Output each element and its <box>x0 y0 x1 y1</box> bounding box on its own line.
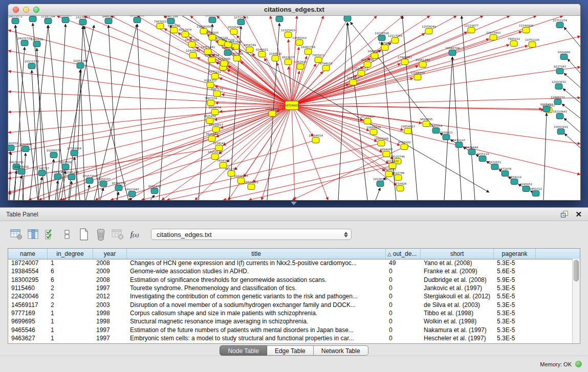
graph-node[interactable]: 10719193 <box>234 16 248 25</box>
vertical-scrollbar[interactable] <box>572 259 580 343</box>
graph-node[interactable]: 19654923 <box>401 125 415 134</box>
table-row[interactable]: 946554611997Estimation of the future num… <box>8 325 572 334</box>
graph-edge <box>444 57 452 200</box>
graph-node[interactable]: 8822037 <box>282 56 295 65</box>
table-settings-button[interactable] <box>9 227 24 242</box>
graph-node[interactable]: 24055724 <box>26 16 40 22</box>
graph-node[interactable]: 12554049 <box>422 25 436 34</box>
graph-node[interactable]: 15187394 <box>41 16 55 24</box>
tab-network-table[interactable]: Network Table <box>314 345 368 356</box>
graph-node[interactable]: 9297588 <box>59 161 72 170</box>
panel-splitter-handle[interactable] <box>291 202 297 205</box>
close-panel-icon[interactable]: ✕ <box>575 211 582 217</box>
select-rows-icon <box>45 229 56 240</box>
destroy-table-button[interactable] <box>110 227 125 242</box>
graph-node[interactable]: 9124754 <box>209 106 222 115</box>
graph-node[interactable]: 20206576 <box>47 149 61 158</box>
table-panel-titlebar[interactable]: Table Panel ✕ <box>0 207 588 221</box>
delete-rows-button[interactable] <box>93 227 108 242</box>
network-graph[interactable]: 1872400779638228960128891297423226058982… <box>8 16 580 200</box>
graph-node[interactable]: 5975685 <box>231 52 244 61</box>
graph-node[interactable]: 14033571 <box>8 16 23 24</box>
graph-node[interactable]: 9329966 <box>558 51 571 60</box>
graph-node[interactable]: 16210643 <box>553 110 567 119</box>
graph-node[interactable]: 15693291 <box>554 125 568 135</box>
show-column-button[interactable] <box>26 227 41 242</box>
graph-node[interactable]: 18807249 <box>374 137 388 146</box>
graph-node[interactable]: 15751074 <box>553 19 567 28</box>
graph-node[interactable]: 9245032 <box>148 185 161 194</box>
column-header-year[interactable]: year <box>93 249 127 259</box>
table-row[interactable]: 2242004622012Investigating the contribut… <box>8 292 572 300</box>
graph-node[interactable]: 7234542 <box>213 142 226 151</box>
graph-node[interactable]: 13640910 <box>292 36 307 46</box>
graph-node-label: 16053809 <box>205 16 220 17</box>
column-header-indegree[interactable]: in_degree <box>48 249 93 259</box>
graph-node[interactable]: 17957254 <box>82 174 97 184</box>
graph-node[interactable]: 8912974 <box>179 28 192 37</box>
table-row[interactable]: 977716911998Corpus callosum shape and si… <box>8 309 572 317</box>
graph-node[interactable]: 7963822 <box>154 20 167 29</box>
column-header-name[interactable]: name <box>8 249 48 259</box>
graph-edge <box>376 188 380 200</box>
graph-node[interactable]: 2935114 <box>476 152 489 162</box>
table-row[interactable]: 1830029562008Estimation of significance … <box>8 276 572 284</box>
column-header-title[interactable]: title <box>127 249 386 259</box>
graph-node[interactable]: 8813054 <box>341 16 354 21</box>
graph-node[interactable]: 11544909 <box>410 71 425 80</box>
graph-node[interactable]: 6794028 <box>320 62 333 71</box>
graph-node[interactable]: 22420046 <box>186 49 200 58</box>
graph-node[interactable]: 2629546 <box>228 26 241 35</box>
graph-node[interactable]: 24035724 <box>17 37 32 46</box>
table-row[interactable]: 1456911722003Disruption of a novel membe… <box>8 300 572 309</box>
table-row[interactable]: 1938455462009Genome-wide association stu… <box>8 267 572 275</box>
column-header-outde[interactable]: △out_de... <box>386 249 421 259</box>
graph-node-label: 11548908 <box>519 24 533 27</box>
graph-node[interactable]: 19218506 <box>375 32 389 41</box>
select-rows-button[interactable] <box>42 227 58 242</box>
graph-node[interactable]: 6479197 <box>453 139 466 148</box>
new-table-button[interactable] <box>76 227 92 242</box>
scrollbar-thumb[interactable] <box>574 260 579 281</box>
function-builder-button[interactable]: f(x) <box>127 227 142 242</box>
table-row[interactable]: 911546021997Tourette syndrome. Phenomeno… <box>8 284 572 292</box>
graph-edge <box>8 105 292 112</box>
graph-window[interactable]: citations_edges.txt 18724007796382289601… <box>8 4 581 201</box>
graph-node[interactable]: 20691406 <box>130 16 144 23</box>
graph-node[interactable]: 9124312 <box>204 79 217 88</box>
table-row[interactable]: 1872400712008Changes of HCN gene express… <box>8 259 572 267</box>
zoom-window-button[interactable] <box>33 7 39 13</box>
graph-node[interactable]: 15276067 <box>76 16 90 25</box>
graph-node[interactable]: 16534981 <box>244 181 258 190</box>
close-window-button[interactable] <box>13 7 19 13</box>
table-row[interactable]: 969969511998Structural magnetic resonanc… <box>8 317 572 325</box>
graph-node[interactable]: 12093832 <box>552 80 566 90</box>
network-canvas[interactable]: 1872400779638228960128891297423226058982… <box>8 16 580 200</box>
tab-node-table[interactable]: Node Table <box>220 345 267 356</box>
column-header-pagerank[interactable]: pagerank <box>494 249 536 259</box>
minimize-window-button[interactable] <box>23 7 29 13</box>
graph-node[interactable]: 8454749 <box>244 43 256 53</box>
graph-node[interactable]: 16543382 <box>185 38 199 48</box>
graph-node[interactable]: 10653287 <box>58 16 73 23</box>
graph-node[interactable]: 8466160 <box>102 16 115 24</box>
tab-edge-table[interactable]: Edge Table <box>267 345 314 356</box>
graph-node[interactable]: 9450312 <box>530 187 542 196</box>
graph-node[interactable]: 17359924 <box>67 147 81 156</box>
merge-rows-button[interactable] <box>59 227 75 242</box>
graph-node[interactable]: 16671892 <box>272 16 287 22</box>
graph-node[interactable]: 18724007 <box>285 101 299 110</box>
graph-node[interactable]: 9146821 <box>256 48 269 57</box>
graph-node[interactable]: 9160558 <box>31 38 43 47</box>
graph-node[interactable]: 14196141 <box>373 178 387 187</box>
table-row[interactable]: 946362711997Embryonic stem cells: a mode… <box>8 334 572 342</box>
graph-node[interactable]: 26160559 <box>8 142 18 151</box>
graph-window-titlebar[interactable]: citations_edges.txt <box>8 4 580 16</box>
graph-node[interactable]: 1733426 <box>394 182 407 191</box>
graph-node[interactable]: 12219877 <box>464 24 478 33</box>
column-header-short[interactable]: short <box>421 249 494 259</box>
graph-node[interactable]: 8938923 <box>440 131 453 140</box>
graph-node[interactable]: 7625430 <box>204 115 216 124</box>
float-panel-icon[interactable] <box>561 211 568 217</box>
table-selector-dropdown[interactable]: citations_edges.txt <box>151 229 352 240</box>
